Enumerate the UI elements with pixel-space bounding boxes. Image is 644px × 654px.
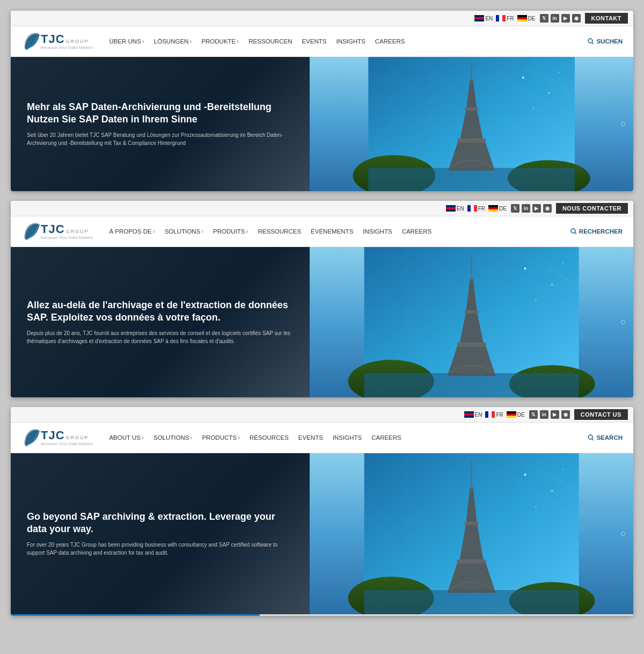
lang-fr-french: FR (478, 206, 485, 212)
logo-text-german: TJC GROUP Because Your Data Matters (41, 33, 93, 50)
flag-fr-german[interactable]: FR (496, 15, 514, 21)
logo-french[interactable]: TJC GROUP Because Your Data Matters (21, 221, 93, 242)
scroll-indicator-english (621, 532, 625, 536)
nav-resources[interactable]: RESOURCES (250, 434, 289, 441)
search-label-german: SUCHEN (596, 38, 623, 45)
uk-flag-icon-fr (446, 205, 456, 212)
search-label-english: SEARCH (596, 434, 623, 441)
twitter-icon-en[interactable]: 𝕏 (529, 410, 538, 419)
nav-ressourcen[interactable]: RESSOURCEN (248, 38, 292, 45)
svg-point-40 (588, 435, 592, 439)
nav-solutions-en[interactable]: SOLUTIONS (153, 434, 192, 441)
flag-uk-english[interactable]: EN (464, 411, 482, 418)
nav-produits[interactable]: PRODUITS (213, 228, 248, 235)
svg-point-37 (551, 284, 553, 286)
lang-fr-english: FR (496, 412, 503, 418)
lang-de-german: DE (528, 16, 536, 21)
nav-about-us[interactable]: ABOUT US (109, 434, 144, 441)
hero-subtitle-french: Depuis plus de 20 ans, TJC fournit aux e… (27, 329, 294, 345)
search-german[interactable]: SUCHEN (588, 38, 623, 45)
nav-loesungen[interactable]: LÖSUNGEN (154, 38, 192, 45)
nav-evenements[interactable]: ÉVÉNEMENTS (311, 228, 353, 235)
logo-tjc-french: TJC (41, 223, 65, 235)
language-selector-english[interactable]: EN FR DE (464, 411, 525, 418)
rss-icon-fr[interactable]: ◉ (543, 204, 552, 213)
nav-events-en[interactable]: EVENTS (298, 434, 323, 441)
nav-careers-german[interactable]: CAREERS (375, 38, 405, 45)
flag-fr-french[interactable]: FR (467, 205, 485, 212)
eiffel-tower-svg-german (310, 57, 633, 191)
twitter-icon-fr[interactable]: 𝕏 (511, 204, 519, 213)
svg-rect-29 (457, 343, 486, 347)
linkedin-icon-en[interactable]: in (540, 410, 548, 419)
flag-de-german[interactable]: DE (517, 15, 536, 21)
logo-group-german: GROUP (66, 39, 89, 44)
social-icons-english: 𝕏 in ▶ ◉ (529, 410, 570, 419)
svg-point-39 (562, 263, 563, 264)
hero-right-french (310, 247, 633, 397)
svg-rect-9 (457, 139, 485, 143)
social-icons-german: 𝕏 in ▶ ◉ (540, 14, 581, 23)
progress-bar (11, 614, 260, 616)
linkedin-icon-fr[interactable]: in (522, 204, 530, 213)
language-selector-german[interactable]: EN FR DE (474, 15, 535, 21)
hero-title-english: Go beyond SAP archiving & extraction. Le… (27, 511, 294, 536)
hero-left-english: Go beyond SAP archiving & extraction. Le… (11, 453, 310, 614)
nav-links-french: À PROPOS DE SOLUTIONS PRODUITS RESSOURCE… (109, 228, 570, 235)
logo-german[interactable]: TJC GROUP Because Your Data Matters (21, 31, 93, 52)
lang-en-german: EN (485, 16, 493, 21)
search-english[interactable]: SEARCH (588, 434, 623, 441)
hero-right-german (310, 57, 633, 191)
logo-text-english: TJC GROUP Because Your Data Matters (41, 430, 93, 446)
hero-right-english (310, 453, 633, 614)
nav-careers-french[interactable]: CAREERS (402, 228, 432, 235)
contact-button-german[interactable]: KONTAKT (585, 13, 628, 24)
nav-solutions-fr[interactable]: SOLUTIONS (165, 228, 203, 235)
nav-apropos[interactable]: À PROPOS DE (109, 228, 155, 235)
flag-de-english[interactable]: DE (507, 411, 525, 418)
svg-rect-31 (469, 278, 473, 280)
nav-insights[interactable]: INSIGHTS (336, 38, 365, 45)
nav-produkte[interactable]: PRODUKTE (201, 38, 239, 45)
logo-english[interactable]: TJC GROUP Because Your Data Matters (21, 427, 93, 448)
nav-links-german: ÜBER UNS LÖSUNGEN PRODUKTE RESSOURCEN EV… (109, 38, 588, 45)
fr-flag-icon-en (485, 411, 495, 418)
nav-bar-french: TJC GROUP Because Your Data Matters À PR… (11, 216, 633, 247)
contact-button-english[interactable]: CONTACT US (574, 409, 628, 420)
top-bar-french: EN FR DE 𝕏 in ▶ ◉ NOUS CONTACTER (11, 201, 633, 216)
nav-insights-en[interactable]: INSIGHTS (333, 434, 362, 441)
language-selector-french[interactable]: EN FR DE (446, 205, 507, 212)
nav-products[interactable]: PRODUCTS (202, 434, 240, 441)
svg-rect-51 (469, 487, 473, 489)
linkedin-icon[interactable]: in (551, 14, 559, 23)
rss-icon-en[interactable]: ◉ (561, 410, 570, 419)
nav-insights-fr[interactable]: INSIGHTS (363, 228, 392, 235)
flag-fr-english[interactable]: FR (485, 411, 503, 418)
flag-uk-french[interactable]: EN (446, 205, 464, 212)
search-french[interactable]: RECHERCHER (570, 228, 623, 235)
youtube-icon[interactable]: ▶ (561, 14, 570, 23)
scroll-indicator-german (621, 122, 625, 126)
nav-ressources-fr[interactable]: RESSOURCES (258, 228, 302, 235)
contact-button-french[interactable]: NOUS CONTACTER (556, 203, 628, 214)
flag-de-french[interactable]: DE (488, 205, 507, 212)
youtube-icon-fr[interactable]: ▶ (532, 204, 541, 213)
svg-point-16 (522, 77, 524, 79)
nav-events[interactable]: EVENTS (302, 38, 326, 45)
nav-bar-english: TJC GROUP Because Your Data Matters ABOU… (11, 423, 633, 453)
search-icon-french (570, 228, 577, 235)
hero-title-french: Allez au-delà de l'archivage et de l'ext… (27, 299, 294, 324)
nav-ueber-uns[interactable]: ÜBER UNS (109, 38, 144, 45)
tower-bg-french (310, 247, 633, 397)
social-icons-french: 𝕏 in ▶ ◉ (511, 204, 552, 213)
hero-subtitle-english: For over 20 years TJC Group has been pro… (27, 541, 294, 557)
flag-uk-german[interactable]: EN (474, 15, 493, 21)
rss-icon[interactable]: ◉ (572, 14, 581, 23)
search-label-french: RECHERCHER (579, 228, 623, 235)
nav-careers-english[interactable]: CAREERS (371, 434, 401, 441)
logo-icon-en (21, 427, 41, 448)
svg-rect-8 (368, 168, 575, 191)
youtube-icon-en[interactable]: ▶ (551, 410, 559, 419)
svg-point-19 (559, 72, 560, 73)
twitter-icon[interactable]: 𝕏 (540, 14, 548, 23)
